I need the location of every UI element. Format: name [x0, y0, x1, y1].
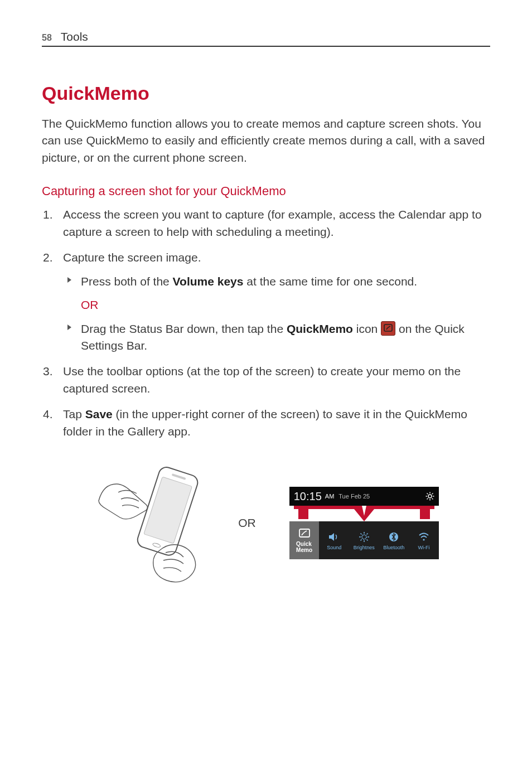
svg-line-10 — [427, 493, 428, 495]
svg-line-25 — [366, 533, 367, 534]
wifi-icon — [418, 531, 430, 543]
status-time: 10:15 — [294, 490, 322, 503]
qs-bluetooth-label: Bluetooth — [383, 545, 404, 550]
step-2b: Drag the Status Bar down, then tap the Q… — [63, 321, 490, 355]
section-title: Tools — [61, 30, 88, 43]
svg-point-27 — [423, 539, 424, 540]
qs-quickmemo-label: QuickMemo — [296, 541, 312, 553]
step-2a-pre: Press both of the — [81, 275, 173, 288]
status-date: Tue Feb 25 — [338, 493, 370, 500]
step-3-text: Use the toolbar options (at the top of t… — [63, 365, 461, 394]
svg-marker-16 — [329, 533, 334, 541]
qs-quickmemo[interactable]: QuickMemo — [289, 521, 320, 559]
step-1-text: Access the screen you want to capture (f… — [63, 208, 482, 238]
intro-paragraph: The QuickMemo function allows you to cre… — [42, 115, 490, 166]
svg-point-5 — [428, 495, 432, 498]
sound-icon — [328, 531, 340, 543]
svg-point-17 — [362, 535, 366, 539]
step-4: Tap Save (in the upper-right corner of t… — [42, 406, 490, 440]
svg-rect-15 — [299, 529, 309, 537]
svg-line-23 — [366, 539, 367, 540]
quickmemo-icon — [381, 321, 395, 336]
qs-brightness-label: Brightnes — [354, 545, 375, 550]
svg-line-24 — [360, 539, 361, 540]
triangle-bullet-icon — [67, 277, 71, 283]
step-4-pre: Tap — [63, 408, 85, 420]
status-ampm: AM — [325, 493, 335, 500]
page-header: 58 Tools — [42, 30, 490, 47]
instruction-list: Access the screen you want to capture (f… — [42, 206, 490, 440]
phone-hands-figure — [93, 453, 205, 593]
step-2-text: Capture the screen image. — [63, 251, 201, 264]
sub-heading: Capturing a screen shot for your QuickMe… — [42, 184, 490, 198]
step-2b-pre: Drag the Status Bar down, then tap the — [81, 322, 287, 335]
step-4-bold: Save — [85, 408, 113, 420]
figure-row: OR 10:15 AM Tue Feb 25 QuickMemo — [42, 453, 490, 593]
status-bar: 10:15 AM Tue Feb 25 — [289, 487, 439, 506]
svg-marker-14 — [294, 506, 434, 521]
qs-brightness[interactable]: Brightnes — [349, 521, 379, 559]
step-1: Access the screen you want to capture (f… — [42, 206, 490, 240]
step-2a-bold: Volume keys — [173, 275, 244, 288]
qs-sound[interactable]: Sound — [319, 521, 349, 559]
qs-bluetooth[interactable]: Bluetooth — [379, 521, 409, 559]
step-2a: Press both of the Volume keys at the sam… — [63, 273, 490, 290]
bluetooth-icon — [388, 531, 400, 543]
qs-sound-label: Sound — [327, 545, 341, 550]
qs-wifi-label: Wi-Fi — [418, 545, 429, 550]
page-number: 58 — [42, 33, 52, 43]
svg-line-22 — [360, 533, 361, 534]
triangle-bullet-icon — [67, 325, 71, 330]
step-2a-post: at the same time for one second. — [243, 275, 417, 288]
quick-settings-row: QuickMemo Sound Brightnes Bluetooth — [289, 521, 439, 559]
step-4-post: (in the upper-right corner of the screen… — [63, 408, 467, 437]
gear-icon — [425, 492, 434, 501]
step-3: Use the toolbar options (at the top of t… — [42, 363, 490, 397]
step-2: Capture the screen image. Press both of … — [42, 249, 490, 354]
svg-line-12 — [427, 498, 428, 500]
drag-arrow-band — [289, 506, 439, 521]
step-2b-bold: QuickMemo — [287, 322, 353, 335]
svg-line-13 — [432, 493, 433, 495]
quick-settings-figure: 10:15 AM Tue Feb 25 QuickMemo — [289, 487, 439, 559]
quickmemo-icon — [298, 527, 311, 540]
brightness-icon — [358, 531, 370, 543]
article-title: QuickMemo — [42, 83, 490, 104]
svg-line-11 — [432, 498, 433, 500]
step-2-or: OR — [63, 297, 490, 313]
or-label: OR — [81, 298, 99, 311]
step-2b-mid: icon — [353, 322, 381, 335]
figure-or-label: OR — [238, 516, 256, 530]
qs-wifi[interactable]: Wi-Fi — [409, 521, 439, 559]
